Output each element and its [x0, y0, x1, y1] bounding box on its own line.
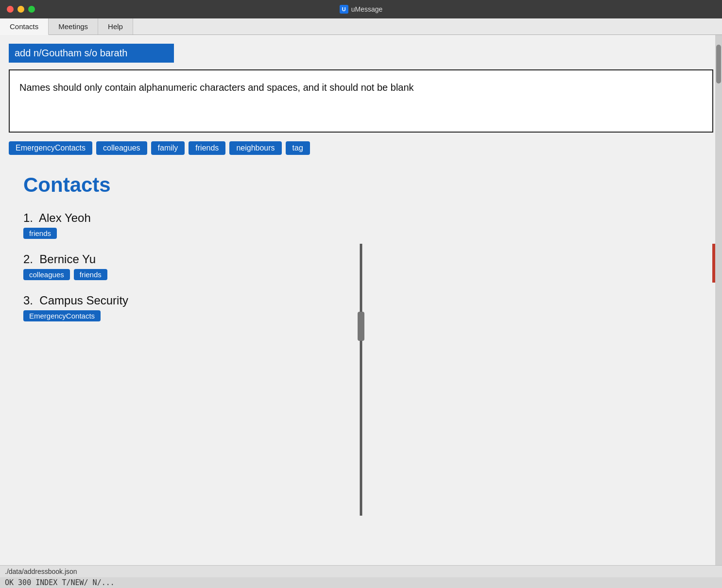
tab-contacts[interactable]: Contacts: [0, 18, 49, 35]
contact-name-1: 1. Alex Yeoh: [23, 211, 699, 225]
command-input[interactable]: add n/Goutham s/o barath: [9, 44, 174, 63]
error-message-box: Names should only contain alphanumeric c…: [9, 69, 713, 133]
command-line: OK 300 INDEX T/NEW/ N/...: [0, 577, 722, 588]
scrollbar-right[interactable]: [715, 35, 722, 565]
app-icon: U: [340, 5, 348, 14]
scrollbar-thumb[interactable]: [716, 45, 721, 84]
minimize-button[interactable]: [17, 6, 24, 13]
tag-button-emergency[interactable]: EmergencyContacts: [9, 141, 92, 155]
tag-button-tag[interactable]: tag: [286, 141, 310, 155]
tabbar: Contacts Meetings Help: [0, 18, 722, 35]
vertical-divider: [360, 244, 362, 516]
red-accent: [712, 244, 715, 283]
window-controls: [7, 6, 35, 13]
divider-thumb[interactable]: [358, 312, 364, 341]
contact-tag-colleagues[interactable]: colleagues: [23, 269, 70, 280]
maximize-button[interactable]: [28, 6, 35, 13]
tag-button-colleagues[interactable]: colleagues: [96, 141, 147, 155]
contact-item-1: 1. Alex Yeoh friends: [23, 211, 699, 239]
app-title: U uMessage: [340, 5, 383, 14]
tag-list: EmergencyContacts colleagues family frie…: [9, 141, 713, 155]
command-input-wrapper: add n/Goutham s/o barath: [9, 44, 713, 63]
tag-button-neighbours[interactable]: neighbours: [229, 141, 281, 155]
contact-tag-emergency[interactable]: EmergencyContacts: [23, 310, 101, 321]
tab-meetings[interactable]: Meetings: [49, 18, 98, 34]
contacts-title: Contacts: [23, 173, 699, 197]
contact-tags-1: friends: [23, 228, 699, 239]
tag-button-family[interactable]: family: [151, 141, 185, 155]
contact-tag-friends-2[interactable]: friends: [74, 269, 107, 280]
main-content: add n/Goutham s/o barath Names should on…: [0, 35, 722, 565]
titlebar: U uMessage: [0, 0, 722, 18]
contact-tag-friends[interactable]: friends: [23, 228, 57, 239]
tab-help[interactable]: Help: [98, 18, 133, 34]
status-bar: ./data/addressbook.json: [0, 565, 722, 577]
tag-button-friends[interactable]: friends: [189, 141, 225, 155]
close-button[interactable]: [7, 6, 14, 13]
